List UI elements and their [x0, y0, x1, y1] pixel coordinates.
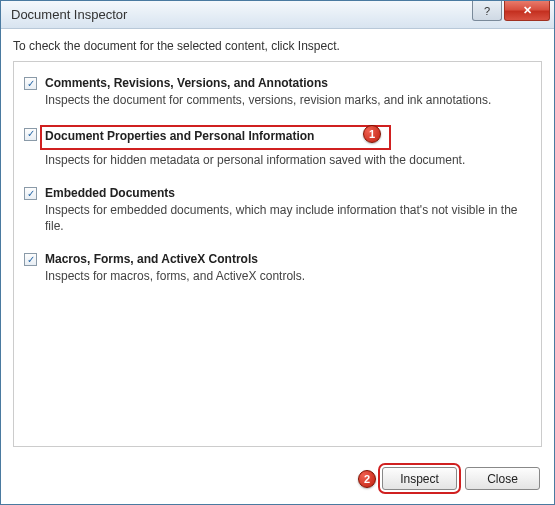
- checkbox-comments[interactable]: ✓: [24, 77, 37, 90]
- callout-badge-2: 2: [358, 470, 376, 488]
- check-icon: ✓: [27, 79, 35, 89]
- dialog-footer: 2 Inspect Close: [1, 457, 554, 504]
- inspect-button[interactable]: Inspect: [382, 467, 457, 490]
- close-icon: ✕: [523, 4, 532, 17]
- option-macros: ✓ Macros, Forms, and ActiveX Controls In…: [24, 252, 531, 285]
- option-desc: Inspects the document for comments, vers…: [45, 93, 531, 109]
- option-comments: ✓ Comments, Revisions, Versions, and Ann…: [24, 76, 531, 109]
- checkbox-macros[interactable]: ✓: [24, 253, 37, 266]
- option-desc: Inspects for macros, forms, and ActiveX …: [45, 269, 531, 285]
- check-icon: ✓: [27, 255, 35, 265]
- checkbox-properties[interactable]: ✓: [24, 128, 37, 141]
- check-icon: ✓: [27, 129, 35, 139]
- annotation-highlight: Document Properties and Personal Informa…: [40, 125, 391, 150]
- instruction-text: To check the document for the selected c…: [1, 29, 554, 61]
- dialog-window: Document Inspector ? ✕ To check the docu…: [0, 0, 555, 505]
- titlebar: Document Inspector ? ✕: [1, 1, 554, 29]
- window-title: Document Inspector: [11, 7, 127, 22]
- option-title: Document Properties and Personal Informa…: [45, 129, 386, 143]
- option-embedded: ✓ Embedded Documents Inspects for embedd…: [24, 186, 531, 234]
- options-panel: ✓ Comments, Revisions, Versions, and Ann…: [13, 61, 542, 447]
- help-icon: ?: [484, 5, 490, 17]
- option-properties: ✓ Document Properties and Personal Infor…: [24, 127, 531, 169]
- titlebar-buttons: ? ✕: [472, 1, 552, 21]
- option-text: Document Properties and Personal Informa…: [45, 127, 531, 169]
- option-title: Embedded Documents: [45, 186, 531, 200]
- option-desc: Inspects for embedded documents, which m…: [45, 203, 531, 234]
- close-window-button[interactable]: ✕: [504, 1, 550, 21]
- checkbox-embedded[interactable]: ✓: [24, 187, 37, 200]
- check-icon: ✓: [27, 189, 35, 199]
- help-button[interactable]: ?: [472, 1, 502, 21]
- close-button[interactable]: Close: [465, 467, 540, 490]
- option-title: Comments, Revisions, Versions, and Annot…: [45, 76, 531, 90]
- callout-badge-1: 1: [363, 125, 381, 143]
- option-desc: Inspects for hidden metadata or personal…: [45, 153, 531, 169]
- option-text: Macros, Forms, and ActiveX Controls Insp…: [45, 252, 531, 285]
- option-text: Comments, Revisions, Versions, and Annot…: [45, 76, 531, 109]
- option-text: Embedded Documents Inspects for embedded…: [45, 186, 531, 234]
- option-title: Macros, Forms, and ActiveX Controls: [45, 252, 531, 266]
